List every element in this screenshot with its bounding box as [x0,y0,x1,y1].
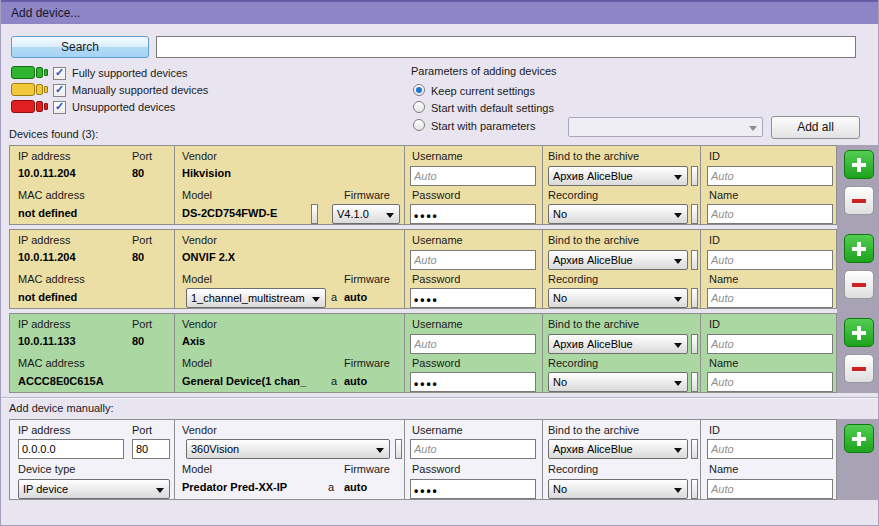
devices-found-label: Devices found (3): [9,128,98,140]
add-all-button[interactable]: Add all [771,116,860,139]
vendor-label: Vendor [182,318,217,330]
manual-device-row: IP address Port Device type IP device Ve… [9,419,837,500]
mac-value: not defined [18,291,77,303]
username-input[interactable] [410,166,536,186]
id-input[interactable] [707,166,833,186]
remove-device-button-row2[interactable] [844,270,874,299]
bind-archive-dropdown[interactable]: Архив AliceBlue [548,334,688,354]
recording-label: Recording [548,273,598,285]
name-input[interactable] [707,479,833,499]
bind-archive-label: Bind to the archive [548,150,639,162]
id-label: ID [709,424,720,436]
vendor-label: Vendor [182,234,217,246]
fully-supported-checkbox[interactable] [53,67,66,80]
password-input[interactable] [410,288,536,308]
recording-dropdown[interactable]: No [548,479,688,499]
model-dropdown[interactable]: 1_channel_multistream [186,288,326,308]
firmware-dropdown[interactable]: V4.1.0 [332,204,400,224]
ip-value: 10.0.11.133 [18,335,76,347]
remove-device-button-row1[interactable] [844,186,874,215]
password-input[interactable] [410,204,536,224]
id-input[interactable] [707,334,833,354]
bind-archive-dropdown[interactable]: Архив AliceBlue [548,166,688,186]
port-value: 80 [132,251,144,263]
device-row-3: IP address Port 10.0.11.133 80 MAC addre… [9,313,837,393]
recording-dropdown[interactable]: No [548,372,688,392]
recording-dropdown[interactable]: No [548,288,688,308]
clipped-text: a [328,481,334,493]
manually-supported-checkbox[interactable] [53,84,66,97]
recording-label: Recording [548,189,598,201]
username-input[interactable] [410,334,536,354]
device-type-dropdown[interactable]: IP device [18,479,170,499]
search-button[interactable]: Search [11,36,149,58]
bind-archive-dropdown[interactable]: Архив AliceBlue [548,250,688,270]
add-device-button-row1[interactable] [844,150,874,179]
model-value: DS-2CD754FWD-E [182,207,277,219]
recording-label: Recording [548,357,598,369]
remove-device-button-row3[interactable] [844,354,874,383]
radio-with-parameters-label: Start with parameters [431,120,536,132]
bind-archive-dropdown[interactable]: Архив AliceBlue [548,439,688,459]
red-camera-icon [11,99,49,114]
username-input[interactable] [410,439,536,459]
clipped-dropdown[interactable] [311,204,318,224]
radio-with-parameters[interactable] [413,119,425,131]
password-label: Password [412,273,460,285]
device-row-2: IP address Port 10.0.11.204 80 MAC addre… [9,229,837,309]
username-label: Username [412,234,463,246]
vendor-value: ONVIF 2.X [182,251,235,263]
manual-port-input[interactable] [132,439,170,459]
unsupported-label: Unsupported devices [72,101,175,113]
clipped-dropdown[interactable] [691,334,698,354]
bind-archive-label: Bind to the archive [548,234,639,246]
clipped-dropdown[interactable] [691,204,698,224]
username-input[interactable] [410,250,536,270]
name-input[interactable] [707,288,833,308]
ip-label: IP address [18,318,70,330]
add-device-button-row3[interactable] [844,318,874,347]
recording-label: Recording [548,463,598,475]
id-input[interactable] [707,439,833,459]
vendor-value: Axis [182,335,205,347]
id-input[interactable] [707,250,833,270]
port-value: 80 [132,167,144,179]
password-label: Password [412,189,460,201]
recording-dropdown[interactable]: No [548,204,688,224]
clipped-text: a [331,291,337,303]
vendor-value: Hikvision [182,167,231,179]
clipped-dropdown[interactable] [395,439,402,459]
name-input[interactable] [707,372,833,392]
add-device-button-manual[interactable] [844,424,874,453]
search-input[interactable] [156,36,856,58]
yellow-camera-icon [11,82,49,97]
firmware-value: auto [344,375,367,387]
device-type-label: Device type [18,463,75,475]
model-label: Model [182,189,212,201]
mac-value: not defined [18,207,77,219]
id-label: ID [709,150,720,162]
name-input[interactable] [707,204,833,224]
clipped-dropdown[interactable] [691,439,698,459]
manual-ip-input[interactable] [18,439,124,459]
password-input[interactable] [410,479,536,499]
username-label: Username [412,150,463,162]
unsupported-checkbox[interactable] [53,101,66,114]
bind-archive-label: Bind to the archive [548,424,639,436]
fully-supported-label: Fully supported devices [72,67,188,79]
clipped-dropdown[interactable] [691,479,698,499]
model-value: General Device(1 chan_ [182,375,306,387]
password-input[interactable] [410,372,536,392]
radio-keep-current[interactable] [413,84,425,96]
clipped-dropdown[interactable] [691,166,698,186]
add-device-button-row2[interactable] [844,234,874,263]
name-label: Name [709,273,738,285]
clipped-dropdown[interactable] [691,288,698,308]
parameters-preset-dropdown[interactable] [568,117,763,137]
clipped-dropdown[interactable] [691,250,698,270]
clipped-dropdown[interactable] [691,372,698,392]
vendor-dropdown[interactable]: 360Vision [186,439,390,459]
id-label: ID [709,234,720,246]
firmware-value: auto [344,291,367,303]
radio-default-settings[interactable] [413,101,425,113]
